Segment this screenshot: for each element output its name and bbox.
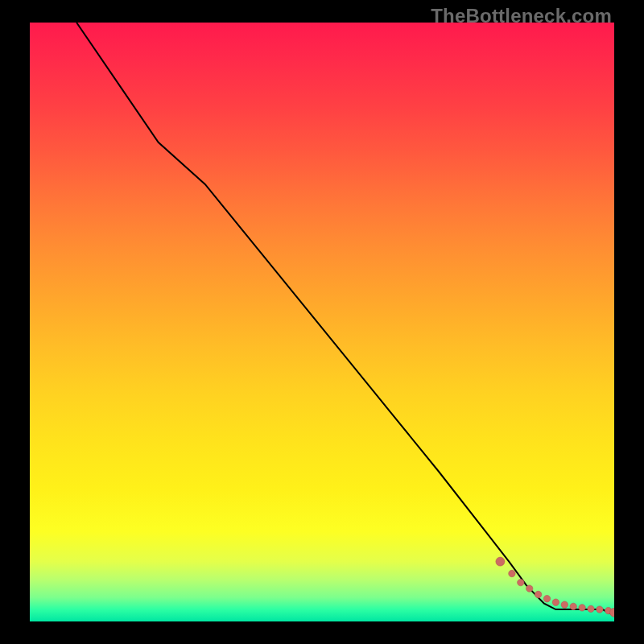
- scatter-point: [543, 596, 550, 602]
- scatter-point: [509, 570, 515, 576]
- scatter-point: [552, 599, 559, 605]
- scatter-point: [496, 557, 505, 566]
- scatter-point: [597, 606, 603, 613]
- chart-svg: [30, 23, 614, 621]
- scatter-point: [518, 579, 524, 585]
- chart-frame: TheBottleneck.com: [0, 0, 644, 644]
- scatter-point: [570, 603, 576, 609]
- scatter-points: [496, 557, 614, 617]
- scatter-point: [579, 605, 585, 611]
- plot-area: [30, 23, 614, 621]
- scatter-point: [561, 601, 568, 608]
- scatter-point: [535, 591, 541, 597]
- scatter-point: [588, 605, 594, 612]
- scatter-point: [526, 585, 533, 592]
- bottleneck-curve: [76, 23, 614, 616]
